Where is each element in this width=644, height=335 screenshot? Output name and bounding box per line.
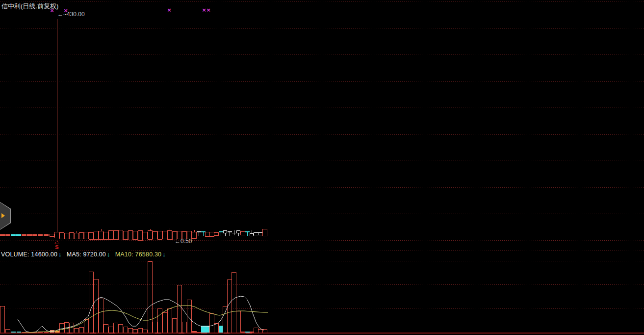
low-price-label: ←0.50 bbox=[175, 238, 192, 245]
candle bbox=[5, 234, 10, 236]
volume-bar bbox=[168, 308, 172, 333]
grid-layer bbox=[0, 1, 644, 308]
candle bbox=[0, 234, 5, 236]
candle bbox=[263, 229, 267, 236]
volume-bar bbox=[138, 328, 143, 333]
volume-bar bbox=[129, 328, 133, 333]
axis-tick bbox=[224, 333, 230, 334]
candle bbox=[104, 232, 108, 239]
candle bbox=[241, 231, 245, 235]
volume-bar bbox=[245, 332, 250, 333]
candle bbox=[44, 234, 49, 236]
volume-bar bbox=[254, 328, 258, 333]
volume-bar bbox=[210, 313, 214, 333]
candle bbox=[214, 232, 219, 235]
axis-layer bbox=[0, 333, 644, 334]
candle bbox=[224, 230, 227, 233]
volume-bar bbox=[79, 327, 84, 333]
candle bbox=[75, 233, 79, 239]
candle bbox=[143, 232, 148, 239]
candle bbox=[133, 231, 138, 239]
axis-tick bbox=[246, 333, 252, 334]
volume-bar bbox=[99, 299, 103, 333]
candle bbox=[168, 230, 172, 239]
volume-bar bbox=[153, 322, 157, 333]
candle bbox=[16, 234, 21, 236]
axis-tick bbox=[179, 333, 184, 334]
volume-bars-layer bbox=[0, 261, 267, 333]
candle bbox=[22, 234, 26, 236]
candle bbox=[119, 230, 123, 240]
candles-layer bbox=[0, 19, 267, 240]
high-price-label: ←~430.00 bbox=[57, 11, 85, 18]
volume-bar bbox=[60, 323, 64, 333]
candle bbox=[210, 232, 214, 236]
volume-bar bbox=[232, 272, 236, 333]
candle bbox=[32, 234, 37, 236]
volume-bar bbox=[17, 332, 21, 333]
candle bbox=[55, 232, 59, 238]
volume-bar bbox=[158, 308, 162, 333]
volume-bar bbox=[133, 329, 138, 333]
candle bbox=[129, 230, 133, 240]
sell-marker-triangle-icon bbox=[55, 240, 59, 244]
volume-bar bbox=[236, 311, 241, 333]
candle bbox=[237, 230, 240, 233]
volume-bar bbox=[44, 332, 49, 333]
axis-tick bbox=[155, 333, 161, 334]
sell-marker-layer: S bbox=[55, 240, 59, 250]
volume-bar bbox=[104, 324, 108, 333]
volume-bar bbox=[0, 306, 5, 333]
x-axis-line bbox=[0, 333, 644, 334]
candle bbox=[124, 231, 128, 239]
candle bbox=[158, 231, 162, 239]
chart-title: 信中利(日线.前复权) bbox=[1, 2, 58, 11]
candle bbox=[206, 232, 210, 236]
candle bbox=[50, 234, 54, 236]
volume-ma5-line bbox=[18, 296, 264, 333]
candle bbox=[60, 232, 64, 239]
ma10-value: MA10: 76580.30 bbox=[115, 251, 162, 258]
event-marker-x-icon: × bbox=[167, 7, 171, 13]
volume-bar bbox=[114, 323, 118, 333]
candle bbox=[70, 232, 74, 239]
event-marker-x-icon: × bbox=[206, 7, 210, 13]
candle bbox=[163, 231, 167, 239]
axis-tick bbox=[90, 333, 96, 334]
ma10-down-arrow-icon: ↓ bbox=[162, 251, 166, 258]
expand-arrow-icon bbox=[1, 213, 5, 218]
volume-bar bbox=[163, 312, 167, 333]
chart-canvas[interactable]: ×××××S bbox=[0, 0, 644, 335]
ma5-down-arrow-icon: ↓ bbox=[107, 251, 110, 258]
candle bbox=[65, 233, 69, 239]
volume-bar bbox=[223, 306, 228, 333]
candle bbox=[258, 232, 263, 235]
volume-bar bbox=[89, 272, 94, 333]
volume-bar bbox=[178, 285, 182, 333]
volume-bar bbox=[192, 331, 197, 333]
candle bbox=[148, 230, 153, 239]
volume-bar bbox=[263, 329, 267, 333]
candle bbox=[11, 234, 16, 236]
event-marker-x-icon: × bbox=[202, 7, 206, 13]
volume-bar bbox=[119, 324, 123, 333]
candle bbox=[94, 231, 99, 239]
volume-bar bbox=[148, 261, 153, 333]
ma-lines-layer bbox=[12, 296, 268, 333]
ma5-value: MA5: 9720.00 bbox=[67, 251, 106, 258]
volume-value: VOLUME: 14600.00 bbox=[1, 251, 57, 258]
candle bbox=[84, 232, 89, 239]
volume-bar bbox=[250, 332, 254, 333]
candle bbox=[138, 230, 143, 240]
volume-bar bbox=[219, 326, 223, 333]
volume-bar bbox=[94, 279, 99, 333]
candle bbox=[114, 230, 118, 239]
candle bbox=[27, 234, 32, 236]
candle bbox=[79, 232, 84, 239]
axis-tick bbox=[109, 333, 115, 334]
volume-bar bbox=[55, 331, 59, 333]
candle bbox=[250, 233, 254, 236]
candle bbox=[38, 234, 43, 236]
volume-bar bbox=[109, 327, 113, 333]
candle bbox=[192, 232, 197, 238]
